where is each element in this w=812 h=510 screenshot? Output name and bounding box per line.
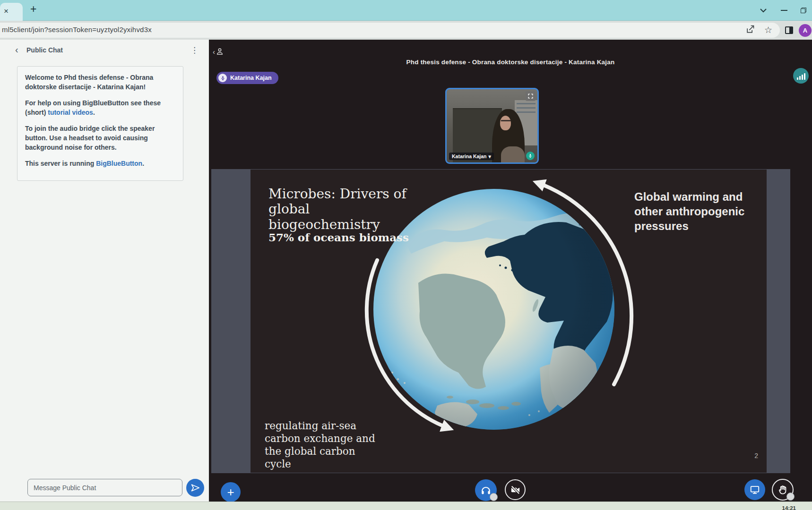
minimize-button[interactable] xyxy=(781,0,787,21)
signal-bar-icon xyxy=(804,73,805,80)
system-message-box: Welcome to Phd thesis defense - Obrana d… xyxy=(17,66,183,181)
send-plane-icon xyxy=(191,484,199,492)
taskbar-clock: 14:21 xyxy=(782,505,796,510)
chevron-down-icon: ▾ xyxy=(489,153,491,159)
chat-message-welcome: Welcome to Phd thesis defense - Obrana d… xyxy=(25,73,175,92)
screen-share-icon xyxy=(750,484,760,495)
tutorial-videos-link[interactable]: tutorial videos xyxy=(48,109,93,116)
share-icon[interactable] xyxy=(745,25,755,36)
presentation-slide[interactable]: Microbes: Drivers of global biogeochemis… xyxy=(251,170,767,473)
chat-header: ‹ Public Chat ⋮ xyxy=(0,40,209,61)
tab-close-icon[interactable]: × xyxy=(4,7,9,16)
chat-message-input[interactable] xyxy=(27,479,182,496)
restore-window-button[interactable] xyxy=(801,0,806,21)
taskbar: 14:21 xyxy=(0,502,812,510)
signal-bar-icon xyxy=(802,75,803,80)
slide-bottom-note: regulating air-sea carbon exchange and t… xyxy=(265,420,378,471)
chat-title: Public Chat xyxy=(26,46,63,54)
browser-tab[interactable]: × xyxy=(0,3,23,21)
url-bar[interactable]: ml5client/join?sessionToken=uyztyol2yxih… xyxy=(0,23,780,38)
webcam-share-button[interactable] xyxy=(505,479,526,500)
slide-right-note: Global warming and other anthropogenic p… xyxy=(634,189,767,234)
users-list-toggle[interactable]: ‹ xyxy=(213,47,224,56)
browser-toolbar: ml5client/join?sessionToken=uyztyol2yxih… xyxy=(0,21,812,40)
slide-stat: 57% of oceans biomass xyxy=(268,231,409,244)
chat-options-menu-icon[interactable]: ⋮ xyxy=(190,45,199,55)
meeting-stage: ‹ Phd thesis defense - Obrana doktorske … xyxy=(209,40,812,502)
fullscreen-icon[interactable] xyxy=(526,91,536,101)
actions-plus-button[interactable]: + xyxy=(221,482,241,502)
webcam-video[interactable]: Katarina Kajan ▾ xyxy=(445,88,539,164)
chat-message-audio: To join the audio bridge click the speak… xyxy=(25,124,175,152)
send-message-button[interactable] xyxy=(186,479,204,497)
whiteboard-area: Microbes: Drivers of global biogeochemis… xyxy=(211,169,790,473)
connection-status-button[interactable] xyxy=(793,68,809,84)
video-person-scarf xyxy=(501,146,525,164)
webcam-mic-indicator xyxy=(526,152,535,160)
active-talker-pill[interactable]: Katarina Kajan xyxy=(216,72,278,84)
browser-tab-strip: × + xyxy=(0,0,812,21)
user-icon xyxy=(216,47,224,56)
tab-search-icon[interactable] xyxy=(760,0,767,21)
url-text: ml5client/join?sessionToken=uyztyol2yxih… xyxy=(2,26,152,34)
chat-back-icon[interactable]: ‹ xyxy=(15,44,18,55)
video-person-glasses xyxy=(501,120,511,121)
headphones-icon xyxy=(480,484,492,496)
microphone-icon xyxy=(218,74,227,82)
signal-bar-icon xyxy=(799,76,801,80)
bigbluebutton-link[interactable]: BigBlueButton xyxy=(96,160,142,167)
screen-share-button[interactable] xyxy=(744,479,765,500)
meeting-title: Phd thesis defense - Obrana doktorske di… xyxy=(284,59,737,66)
camera-off-icon xyxy=(510,484,521,495)
slide-heading: Microbes: Drivers of global biogeochemis… xyxy=(268,187,424,232)
sidebar-toggle-icon[interactable] xyxy=(785,26,793,34)
signal-bar-icon xyxy=(797,77,798,80)
audio-options-badge[interactable] xyxy=(490,493,498,501)
screen: × + ml5client/join?sessionToken=uyztyol2… xyxy=(0,0,812,510)
talker-name: Katarina Kajan xyxy=(230,75,272,81)
raise-hand-icon xyxy=(777,484,788,495)
public-chat-panel: ‹ Public Chat ⋮ Welcome to Phd thesis de… xyxy=(0,40,209,502)
chevron-left-icon: ‹ xyxy=(213,48,215,56)
chat-message-server: This server is running BigBlueButton. xyxy=(25,159,175,169)
new-tab-button[interactable]: + xyxy=(30,3,36,16)
slide-page-number: 2 xyxy=(754,452,758,459)
hand-options-badge[interactable] xyxy=(786,493,795,501)
profile-avatar[interactable]: A xyxy=(799,24,812,37)
bookmark-star-icon[interactable]: ☆ xyxy=(764,25,772,36)
video-person-face xyxy=(500,116,511,130)
chat-message-help: For help on using BigBlueButton see thes… xyxy=(25,99,175,117)
webcam-name-tag[interactable]: Katarina Kajan ▾ xyxy=(449,153,494,160)
